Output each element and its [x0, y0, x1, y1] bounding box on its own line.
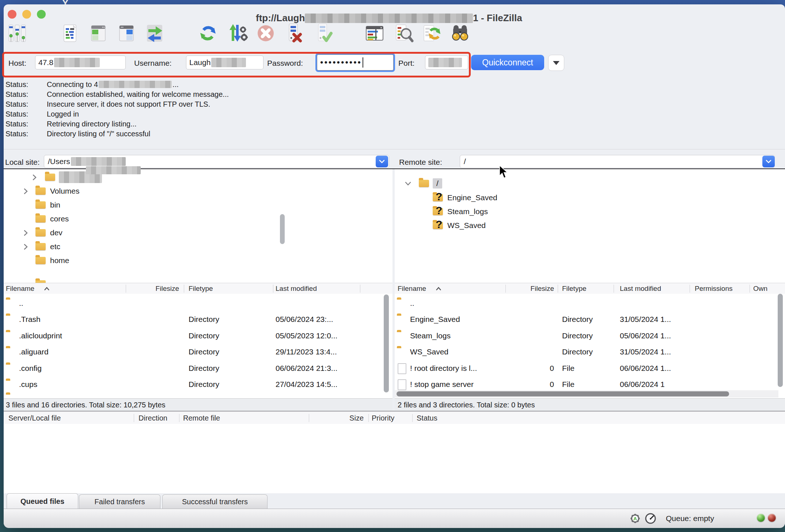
tree-item-bin[interactable]: bin [35, 198, 60, 212]
speed-limits-icon[interactable] [645, 513, 656, 524]
column-size[interactable]: Size [334, 414, 364, 422]
table-row[interactable]: Steam_logs Directory 05/06/2024 1... [395, 328, 785, 344]
column-filesize[interactable]: Filesize [517, 285, 554, 293]
column-filetype[interactable]: Filetype [189, 285, 213, 293]
remote-list-header[interactable]: Filename Filesize Filetype Last modified… [395, 283, 785, 294]
remote-tree-pane[interactable]: / ? Engine_Saved ? Steam_logs ? WS_Saved [395, 169, 785, 283]
table-row[interactable]: .config Directory 06/06/2024 21:3... [4, 360, 392, 376]
cell-modified: 06/06/2024 1 [620, 380, 665, 389]
toggle-local-tree-button[interactable] [88, 23, 109, 44]
toggle-transfer-queue-button[interactable] [144, 23, 165, 44]
table-row[interactable]: .Trash Directory 05/06/2024 23:... [4, 311, 392, 327]
quickconnect-dropdown-button[interactable] [548, 55, 564, 71]
synchronized-browsing-button[interactable] [421, 23, 442, 44]
column-last-modified[interactable]: Last modified [276, 285, 317, 293]
password-input[interactable]: •••••••••• [316, 54, 394, 71]
tree-item-volumes[interactable]: Volumes [23, 185, 80, 198]
column-remote-file[interactable]: Remote file [183, 414, 220, 422]
table-row[interactable]: .cups Directory 27/04/2023 14:5... [4, 376, 392, 392]
cell-filename: .cups [19, 380, 37, 389]
table-row[interactable]: .aliguard Directory 29/11/2023 13:4... [4, 344, 392, 360]
cell-filetype: File [562, 364, 574, 373]
directory-comparison-button[interactable] [364, 23, 385, 44]
folder-icon [35, 187, 46, 195]
cell-modified: 05/05/2023 12:0... [276, 331, 337, 340]
tree-item-steam-logs[interactable]: ? Steam_logs [433, 205, 488, 218]
column-last-modified[interactable]: Last modified [620, 285, 661, 293]
folder-icon [35, 280, 46, 283]
cell-filetype: Directory [189, 380, 219, 389]
tab-successful-transfers[interactable]: Successful transfers [162, 494, 268, 509]
minimize-button[interactable] [22, 10, 31, 19]
column-direction[interactable]: Direction [139, 414, 167, 422]
reconnect-button[interactable] [313, 23, 334, 44]
tree-item-home[interactable]: home [35, 254, 69, 267]
column-filename[interactable]: Filename [398, 285, 426, 293]
tree-item-dev[interactable]: dev [23, 226, 62, 239]
svg-text:A: A [633, 516, 637, 521]
tab-failed-transfers[interactable]: Failed transfers [79, 494, 160, 509]
column-filetype[interactable]: Filetype [562, 285, 587, 293]
expander-right-icon[interactable] [23, 188, 28, 194]
expander-down-icon[interactable] [405, 181, 411, 186]
question-mark: ? [436, 205, 442, 216]
remote-horizontal-scrollbar[interactable] [395, 390, 778, 398]
tree-item-root[interactable]: / [405, 177, 442, 190]
column-filename[interactable]: Filename [6, 285, 34, 293]
queue-header[interactable]: Server/Local file Direction Remote file … [4, 411, 785, 425]
table-row[interactable]: .. [4, 295, 392, 311]
remote-summary-bar: 2 files and 3 directories. Total size: 0… [395, 398, 785, 411]
expander-right-icon[interactable] [23, 230, 28, 236]
close-button[interactable] [8, 10, 16, 19]
remote-file-list[interactable]: .. Engine_Saved Directory 31/05/2024 1..… [395, 294, 785, 398]
local-list-scrollbar[interactable] [384, 294, 389, 392]
table-row[interactable]: .. [395, 295, 785, 311]
table-row[interactable]: .alicloudprint Directory 05/05/2023 12:0… [4, 328, 392, 344]
refresh-button[interactable] [197, 23, 219, 44]
tree-item-partial[interactable] [35, 277, 46, 283]
tree-item-cores[interactable]: cores [35, 212, 69, 225]
chevron-down-icon [553, 61, 560, 65]
column-owner[interactable]: Own [753, 285, 767, 293]
filename-filters-button[interactable] [393, 23, 414, 44]
tree-item-label: / [433, 178, 442, 189]
find-files-button[interactable] [449, 23, 470, 44]
local-file-list[interactable]: .. .Trash Directory 05/06/2024 23:... .a… [4, 294, 392, 398]
quickconnect-button[interactable]: Quickconnect [471, 55, 544, 70]
tree-item-etc[interactable]: etc [23, 240, 60, 253]
table-row[interactable]: ! root directory is l... 0 File 06/06/20… [395, 360, 785, 376]
local-tree-pane[interactable]: Volumes bin cores dev etc home [4, 169, 392, 283]
queue-body[interactable] [4, 424, 785, 493]
site-manager-button[interactable] [6, 23, 27, 44]
remote-site-dropdown-button[interactable] [762, 156, 775, 167]
column-permissions[interactable]: Permissions [695, 285, 732, 293]
local-list-header[interactable]: Filename Filesize Filetype Last modified [4, 283, 392, 294]
expander-right-icon[interactable] [23, 244, 28, 250]
column-filesize[interactable]: Filesize [143, 285, 179, 293]
tree-item-label: home [50, 256, 69, 265]
table-row[interactable]: Engine_Saved Directory 31/05/2024 1... [395, 311, 785, 327]
auto-transfer-mode-icon[interactable]: A [629, 513, 641, 524]
local-site-dropdown-button[interactable] [376, 156, 388, 167]
cancel-button[interactable] [255, 23, 276, 44]
log-line: Status: Connection established, waiting … [4, 90, 782, 99]
column-priority[interactable]: Priority [372, 414, 394, 422]
tab-queued-files[interactable]: Queued files [7, 493, 78, 509]
port-input[interactable] [425, 56, 468, 69]
column-status[interactable]: Status [417, 414, 437, 422]
tree-item-ws-saved[interactable]: ? WS_Saved [433, 219, 486, 232]
column-server-local-file[interactable]: Server/Local file [8, 414, 61, 422]
scrollbar-thumb[interactable] [397, 391, 729, 396]
toggle-remote-tree-button[interactable] [116, 23, 137, 44]
process-queue-button[interactable] [227, 23, 249, 44]
zoom-button[interactable] [37, 10, 46, 19]
expander-right-icon[interactable] [32, 174, 37, 180]
tree-item-engine-saved[interactable]: ? Engine_Saved [433, 191, 497, 204]
disconnect-button[interactable] [284, 23, 305, 44]
remote-list-scrollbar[interactable] [778, 294, 783, 387]
username-input[interactable]: Laugh [186, 56, 263, 69]
table-row[interactable]: WS_Saved Directory 31/05/2024 1... [395, 344, 785, 360]
host-input[interactable]: 47.8 [35, 56, 126, 69]
toggle-log-view-button[interactable] [60, 23, 81, 44]
local-tree-scrollbar[interactable] [280, 214, 285, 244]
